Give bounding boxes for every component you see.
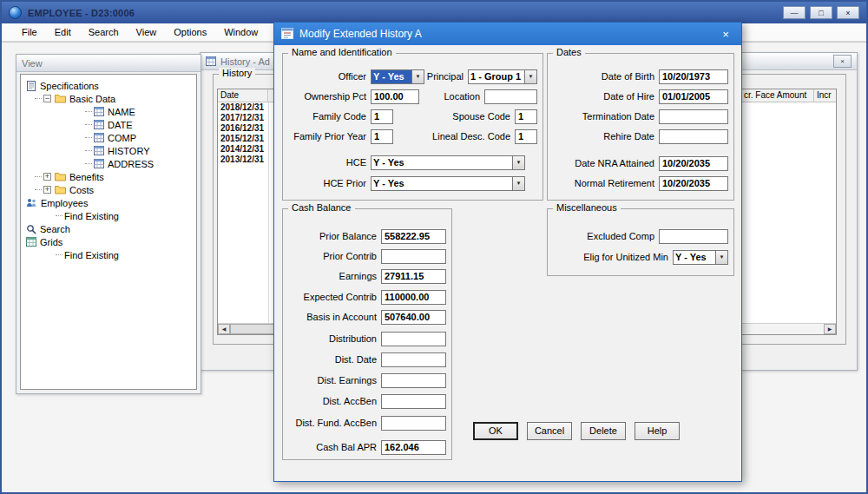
date-of-hire-field[interactable]: 01/01/2005 xyxy=(659,89,728,104)
minimize-button[interactable]: — xyxy=(783,6,806,19)
earnings-label: Earnings xyxy=(288,269,381,284)
tree-item-find-existing-grids[interactable]: Find Existing xyxy=(21,248,196,261)
menu-edit[interactable]: Edit xyxy=(47,25,79,39)
tree-item-costs[interactable]: + Costs xyxy=(21,183,196,196)
spouse-code-field[interactable]: 1 xyxy=(515,109,537,124)
menu-window[interactable]: Window xyxy=(216,25,266,39)
officer-dropdown[interactable]: Y - Yes ▼ xyxy=(371,69,424,84)
ok-button[interactable]: OK xyxy=(473,422,518,440)
menu-options[interactable]: Options xyxy=(166,25,214,39)
column-header-face-amount[interactable]: cr. Face Amount xyxy=(741,89,814,102)
location-label: Location xyxy=(419,89,484,104)
date-of-birth-label: Date of Birth xyxy=(553,69,659,84)
delete-button[interactable]: Delete xyxy=(581,422,626,440)
tree-item-find-existing-employees[interactable]: Find Existing xyxy=(21,209,196,222)
view-titlebar[interactable]: View xyxy=(16,55,201,72)
dist-earnings-field[interactable] xyxy=(381,373,446,388)
history-group-label: History xyxy=(219,68,255,78)
maximize-button[interactable]: □ xyxy=(810,6,832,19)
tree-item-benefits[interactable]: + Benefits xyxy=(21,170,196,183)
basis-in-account-field[interactable]: 507640.00 xyxy=(381,310,446,325)
tree-item-history[interactable]: HISTORY xyxy=(21,144,196,157)
dropdown-arrow-icon[interactable]: ▼ xyxy=(512,177,524,190)
prior-balance-field[interactable]: 558222.95 xyxy=(381,229,446,244)
rehire-date-field[interactable] xyxy=(659,129,728,144)
help-button[interactable]: Help xyxy=(635,422,680,440)
scrollbar-thumb[interactable] xyxy=(230,324,277,334)
tree-item-search[interactable]: Search xyxy=(21,222,196,235)
cash-balance-group: Cash Balance Prior Balance 558222.95 Pri… xyxy=(282,208,452,460)
expand-toggle-icon[interactable]: + xyxy=(43,186,51,194)
prior-contrib-field[interactable] xyxy=(381,249,446,264)
tree-item-comp[interactable]: COMP xyxy=(21,131,196,144)
view-window-title: View xyxy=(22,58,43,69)
expand-toggle-icon[interactable]: + xyxy=(43,173,51,181)
close-button[interactable]: × xyxy=(837,6,859,19)
hce-prior-dropdown[interactable]: Y - Yes ▼ xyxy=(371,176,525,191)
hce-prior-label: HCE Prior xyxy=(288,176,371,191)
table-icon xyxy=(94,133,104,142)
dropdown-arrow-icon[interactable]: ▼ xyxy=(715,251,727,264)
tree-item-specifications[interactable]: Specifications xyxy=(21,79,196,92)
menu-view[interactable]: View xyxy=(128,25,165,39)
elig-unitized-min-dropdown[interactable]: Y - Yes ▼ xyxy=(673,250,728,265)
table-icon xyxy=(94,107,104,116)
earnings-field[interactable]: 27911.15 xyxy=(381,269,446,284)
tree-item-basic-data[interactable]: − Basic Data xyxy=(21,92,196,105)
cancel-button[interactable]: Cancel xyxy=(527,422,572,440)
scroll-left-icon[interactable]: ◀ xyxy=(218,324,230,334)
basis-in-account-label: Basis in Account xyxy=(288,310,381,325)
table-icon xyxy=(94,146,104,155)
principal-dropdown[interactable]: 1 - Group 1 ▼ xyxy=(468,69,537,84)
dist-date-field[interactable] xyxy=(381,352,446,367)
miscellaneous-group-label: Miscellaneous xyxy=(553,202,621,213)
dialog-title: Modify Extended History A xyxy=(299,28,422,40)
tree-item-grids[interactable]: Grids xyxy=(21,235,196,248)
dialog-close-button[interactable]: × xyxy=(717,28,734,41)
date-of-hire-label: Date of Hire xyxy=(553,89,659,104)
dropdown-arrow-icon[interactable]: ▼ xyxy=(411,70,424,83)
officer-label: Officer xyxy=(288,69,371,84)
lineal-desc-code-field[interactable]: 1 xyxy=(515,129,537,144)
dialog-titlebar[interactable]: Modify Extended History A × xyxy=(274,23,741,45)
dist-accben-field[interactable] xyxy=(381,394,446,409)
family-prior-year-field[interactable]: 1 xyxy=(371,129,393,144)
prior-contrib-label: Prior Contrib xyxy=(288,249,381,264)
column-header-date[interactable]: Date xyxy=(218,89,268,102)
maximize-icon: □ xyxy=(819,9,823,17)
termination-date-field[interactable] xyxy=(659,109,728,124)
expected-contrib-field[interactable]: 110000.00 xyxy=(381,290,446,305)
dist-fund-accben-field[interactable] xyxy=(381,416,446,431)
spec-tree: Specifications − Basic Data NAME xyxy=(20,74,197,390)
cash-bal-apr-field[interactable]: 162.046 xyxy=(381,440,446,455)
excluded-comp-field[interactable] xyxy=(659,229,728,244)
dropdown-arrow-icon[interactable]: ▼ xyxy=(524,70,536,83)
tree-item-name[interactable]: NAME xyxy=(21,105,196,118)
history-close-button[interactable]: × xyxy=(833,55,852,68)
column-header-incr[interactable]: Incr xyxy=(814,89,836,102)
distribution-field[interactable] xyxy=(381,332,446,346)
normal-retirement-field[interactable]: 10/20/2035 xyxy=(659,176,728,191)
name-identification-group: Name and Identification Officer Y - Yes … xyxy=(282,53,543,201)
date-nra-attained-field[interactable]: 10/20/2035 xyxy=(659,156,728,171)
menu-search[interactable]: Search xyxy=(81,25,127,39)
dropdown-arrow-icon[interactable]: ▼ xyxy=(512,156,524,169)
collapse-toggle-icon[interactable]: − xyxy=(43,95,51,102)
ownership-pct-field[interactable]: 100.00 xyxy=(371,89,419,104)
dialog-icon xyxy=(281,28,293,41)
scroll-right-icon[interactable]: ▶ xyxy=(824,324,836,334)
dates-group-label: Dates xyxy=(553,47,585,57)
hce-label: HCE xyxy=(288,155,371,170)
prior-balance-label: Prior Balance xyxy=(288,229,381,244)
tree-item-address[interactable]: ADDRESS xyxy=(21,157,196,170)
tree-item-date[interactable]: DATE xyxy=(21,118,196,131)
tree-item-employees[interactable]: Employees xyxy=(21,196,196,209)
location-field[interactable] xyxy=(484,89,537,104)
close-icon: × xyxy=(845,9,850,17)
date-of-birth-field[interactable]: 10/20/1973 xyxy=(659,69,728,84)
menu-file[interactable]: File xyxy=(14,25,45,39)
family-code-field[interactable]: 1 xyxy=(371,109,393,124)
main-titlebar[interactable]: EMPLOYEE - D23:0006 — □ × xyxy=(2,2,866,23)
window-title: EMPLOYEE - D23:0006 xyxy=(28,8,135,18)
hce-dropdown[interactable]: Y - Yes ▼ xyxy=(371,155,525,170)
